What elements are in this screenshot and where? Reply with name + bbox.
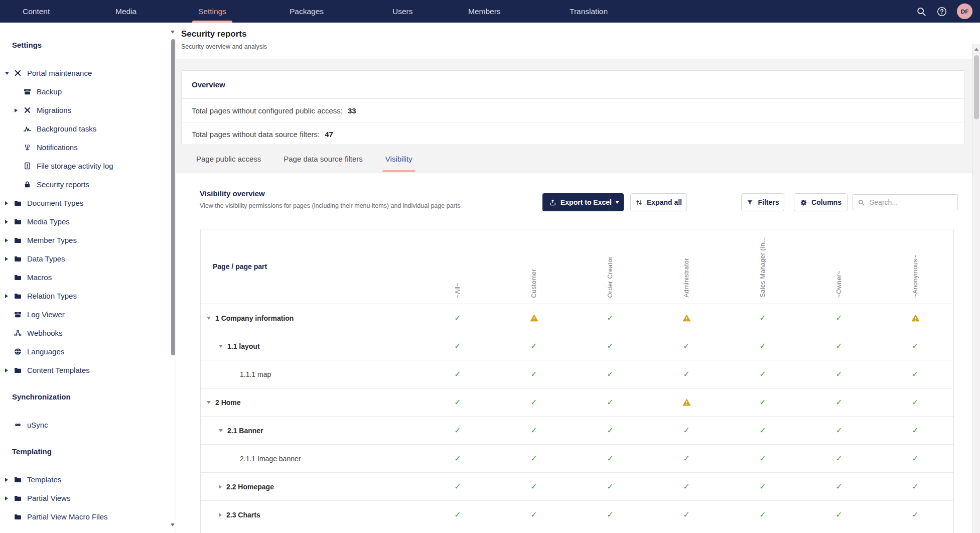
sidebar-item-member-types[interactable]: Member Types	[0, 231, 176, 249]
sidebar-item-data-types[interactable]: Data Types	[0, 249, 176, 268]
sidebar-item-document-types[interactable]: Document Types	[0, 194, 176, 212]
check-icon: ✓	[835, 369, 842, 379]
tab-page-public-access[interactable]: Page public access	[196, 155, 261, 163]
columns-button[interactable]: Columns	[794, 193, 848, 211]
page-label: 1.1 layout	[227, 342, 260, 350]
report-tabs: Page public accessPage data source filte…	[176, 145, 971, 173]
check-icon: ✓	[454, 510, 461, 519]
status-cell-anonymous: ✓	[877, 510, 953, 519]
sidebar-item-notifications[interactable]: Notifications	[0, 138, 176, 157]
column-header-label: ~All~	[454, 283, 461, 298]
nav-item-content[interactable]: Content	[23, 0, 50, 23]
export-dropdown-toggle[interactable]	[610, 193, 624, 211]
settings-tree-sidebar: SettingsPortal maintenanceBackupMigratio…	[0, 23, 176, 533]
overview-card-title: Overview	[182, 71, 964, 99]
sidebar-section-heading: Settings	[12, 41, 176, 50]
page-label: 2.2 Homepage	[226, 483, 274, 491]
search-icon[interactable]	[916, 6, 927, 17]
check-icon: ✓	[835, 454, 842, 463]
overview-stat-row: Total pages without configured public ac…	[182, 99, 964, 122]
tab-visibility[interactable]: Visibility	[385, 155, 412, 163]
folder-icon	[13, 235, 23, 245]
tree-caret-right-icon[interactable]	[5, 496, 13, 500]
check-icon: ✓	[607, 426, 613, 435]
sidebar-item-partial-views[interactable]: Partial Views	[0, 489, 176, 507]
tree-caret-right-icon[interactable]	[5, 201, 13, 205]
nav-item-members[interactable]: Members	[468, 0, 501, 23]
nav-item-translation[interactable]: Translation	[570, 0, 608, 23]
wrench-icon	[13, 68, 23, 78]
sidebar-item-partial-view-macro-files[interactable]: Partial View Macro Files	[0, 507, 176, 526]
status-cell-all: ✓	[419, 482, 496, 491]
sidebar-item-portal-maintenance[interactable]: Portal maintenance	[0, 64, 176, 82]
sidebar-item-templates[interactable]: Templates	[0, 470, 176, 489]
row-caret-right-icon[interactable]	[219, 513, 222, 517]
status-cell-sales-manager-in: ✓	[725, 341, 801, 351]
page-cell: 1.1 layout	[201, 342, 419, 350]
sidebar-item-security-reports[interactable]: Security reports	[0, 175, 176, 194]
avatar[interactable]: DF	[957, 4, 972, 19]
page-scrollbar-thumb[interactable]	[974, 55, 979, 119]
sidebar-item-relation-types[interactable]: Relation Types	[0, 287, 176, 305]
row-caret-down-icon[interactable]	[219, 345, 223, 348]
sidebar-scroll-down-icon[interactable]	[171, 523, 175, 526]
row-caret-down-icon[interactable]	[207, 401, 211, 404]
sidebar-item-file-storage-activity-log[interactable]: File storage activity log	[0, 157, 176, 175]
tree-caret-down-icon[interactable]	[5, 72, 13, 75]
stat-label: Total pages without data source filters:	[192, 130, 320, 139]
check-icon: ✓	[454, 454, 461, 463]
sidebar-scrollbar-thumb[interactable]	[171, 39, 175, 355]
help-icon[interactable]	[936, 6, 947, 17]
check-icon: ✓	[759, 313, 766, 323]
check-icon: ✓	[530, 454, 537, 463]
tree-caret-right-icon[interactable]	[5, 238, 13, 242]
nav-item-packages[interactable]: Packages	[290, 0, 324, 23]
sidebar-item-label: Backup	[37, 87, 62, 96]
tree-caret-right-icon[interactable]	[5, 220, 13, 224]
sidebar-scroll-up-icon[interactable]	[171, 31, 175, 34]
status-cell-order-creator: ✓	[572, 397, 648, 407]
status-cell-sales-manager-in: ✓	[725, 426, 801, 435]
tree-caret-right-icon[interactable]	[5, 368, 13, 372]
column-header-order-creator: Order Creator	[572, 229, 648, 304]
tree-caret-right-icon[interactable]	[15, 108, 22, 112]
sidebar-item-content-templates[interactable]: Content Templates	[0, 361, 176, 379]
sidebar-item-media-types[interactable]: Media Types	[0, 212, 176, 231]
row-caret-right-icon[interactable]	[219, 485, 222, 489]
folder-icon	[13, 365, 23, 375]
page-cell: 1.1.1 map	[201, 370, 419, 378]
sidebar-item-macros[interactable]: Macros	[0, 268, 176, 287]
sidebar-item-log-viewer[interactable]: Log Viewer	[0, 305, 176, 324]
nav-item-settings[interactable]: Settings	[198, 0, 226, 23]
funnel-icon	[746, 199, 754, 206]
tree-caret-right-icon[interactable]	[5, 294, 13, 298]
sidebar-item-label: Content Templates	[27, 366, 90, 374]
row-caret-down-icon[interactable]	[219, 429, 223, 432]
table-body: 1 Company information✓✓✓✓1.1 layout✓✓✓✓✓…	[201, 304, 953, 528]
check-icon: ✓	[835, 313, 842, 323]
nav-item-users[interactable]: Users	[392, 0, 412, 23]
row-caret-down-icon[interactable]	[207, 317, 211, 320]
search-input[interactable]	[869, 198, 953, 207]
expand-all-button[interactable]: Expand all	[630, 193, 687, 211]
sidebar-item-label: Languages	[27, 347, 64, 356]
filters-button[interactable]: Filters	[741, 193, 784, 211]
tree-caret-right-icon[interactable]	[5, 257, 13, 261]
tree-caret-right-icon[interactable]	[5, 478, 13, 482]
sidebar-item-migrations[interactable]: Migrations	[0, 101, 176, 119]
globe-icon	[13, 347, 23, 357]
column-header-label: Administrator	[683, 258, 690, 298]
nav-item-media[interactable]: Media	[115, 0, 136, 23]
status-cell-all: ✓	[419, 426, 496, 435]
sidebar-item-background-tasks[interactable]: Background tasks	[0, 119, 176, 138]
table-row-1-1-1-map: 1.1.1 map✓✓✓✓✓✓✓	[201, 360, 953, 388]
scroll-up-icon[interactable]	[974, 48, 978, 51]
sidebar-item-languages[interactable]: Languages	[0, 342, 176, 361]
status-cell-anonymous: ✓	[877, 369, 953, 379]
tab-page-data-source-filters[interactable]: Page data source filters	[284, 155, 363, 163]
sidebar-item-webhooks[interactable]: Webhooks	[0, 324, 176, 342]
sidebar-item-usync[interactable]: uSync	[0, 416, 176, 434]
export-to-excel-button[interactable]: Export to Excel	[542, 193, 624, 211]
sidebar-item-backup[interactable]: Backup	[0, 82, 176, 101]
status-cell-order-creator: ✓	[572, 426, 648, 435]
